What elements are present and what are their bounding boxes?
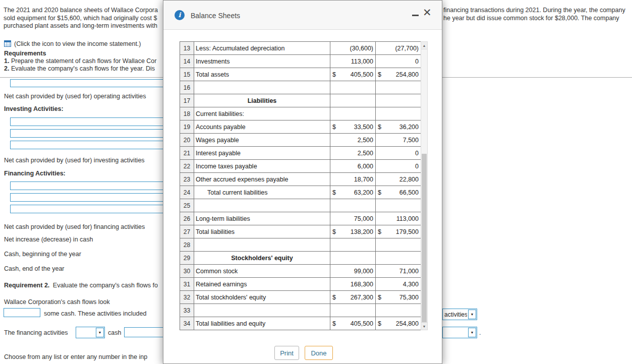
financing-input-1[interactable] xyxy=(10,181,164,190)
requirements-title: Requirements xyxy=(4,50,46,57)
row-number: 34 xyxy=(180,317,194,330)
balance-sheet-row: 29Stockholders' equity xyxy=(180,252,421,265)
amount-2020: 7,500 xyxy=(376,134,421,147)
net-change-label: Net increase (decrease) in cash xyxy=(4,236,93,243)
amount-2020 xyxy=(376,252,421,265)
balance-sheet-table: 13Less: Accumulated depreciation(30,600)… xyxy=(180,41,421,330)
amount-2021: 2,500 xyxy=(330,147,376,160)
income-statement-table-icon[interactable] xyxy=(4,40,11,47)
amount-2020: 0 xyxy=(376,147,421,160)
row-number: 15 xyxy=(180,68,194,81)
amount-2020: 22,800 xyxy=(376,173,421,186)
intro-line: purchased plant assets and long-term inv… xyxy=(4,22,158,30)
financing-total-label: Net cash provided by (used for) financin… xyxy=(4,223,145,230)
chevron-down-icon[interactable] xyxy=(468,328,476,337)
balance-sheet-row: 14Investments113,0000 xyxy=(180,55,421,68)
row-number: 18 xyxy=(180,107,194,120)
requirement-2-heading-bold: Requirement 2. xyxy=(4,282,49,289)
right-activities-dropdown[interactable]: activities xyxy=(442,309,477,320)
account-label: Less: Accumulated depreciation xyxy=(194,42,330,55)
investing-input-2[interactable] xyxy=(10,129,164,138)
amount-2021 xyxy=(330,238,376,252)
intro-paragraph-right: financing transactions during 2021. Duri… xyxy=(443,7,625,22)
scrollbar-thumb[interactable] xyxy=(422,154,427,323)
amount-2021 xyxy=(330,107,376,120)
table-scrollbar[interactable] xyxy=(421,41,428,330)
amount-2021 xyxy=(330,304,376,317)
account-label: Common stock xyxy=(194,265,330,278)
row-number: 19 xyxy=(180,120,194,134)
cash-end-label: Cash, end of the year xyxy=(4,265,65,272)
modal-title: Balance Sheets xyxy=(191,12,240,20)
minimize-button[interactable] xyxy=(412,12,420,20)
amount-2020: $179,500 xyxy=(376,225,421,238)
balance-sheet-row: 19Accounts payable$33,500$36,200 xyxy=(180,120,421,134)
account-label xyxy=(194,81,330,94)
balance-sheet-row: 34Total liabilities and equity$405,500$2… xyxy=(180,317,421,330)
chevron-down-icon[interactable] xyxy=(468,310,476,319)
requirement-1-text: Prepare the statement of cash flows for … xyxy=(11,57,157,65)
amount-2021: (30,600) xyxy=(330,42,376,55)
amount-2021: 2,500 xyxy=(330,134,376,147)
amount-2021: $33,500 xyxy=(330,120,376,134)
cash-flows-look-input[interactable] xyxy=(4,308,40,317)
account-label: Interest payable xyxy=(194,147,330,160)
account-label: Other accrued expenses payable xyxy=(194,173,330,186)
account-label: Total stockholders' equity xyxy=(194,291,330,304)
done-button[interactable]: Done xyxy=(305,346,333,360)
account-label: Investments xyxy=(194,55,330,68)
intro-paragraph-left: The 2021 and 2020 balance sheets of Wall… xyxy=(4,7,158,30)
balance-sheet-row: 17Liabilities xyxy=(180,94,421,107)
investing-total-label: Net cash provided by (used for) investin… xyxy=(4,157,145,164)
amount-2020: $75,300 xyxy=(376,291,421,304)
financing-verb-dropdown[interactable] xyxy=(76,327,105,338)
cash-beginning-label: Cash, beginning of the year xyxy=(4,251,81,258)
investing-input-1[interactable] xyxy=(10,117,164,126)
row-number: 33 xyxy=(180,304,194,317)
amount-2020: 113,000 xyxy=(376,212,421,225)
account-label xyxy=(194,238,330,252)
account-label: Total liabilities and equity xyxy=(194,317,330,330)
scroll-down-icon[interactable] xyxy=(421,322,427,330)
requirement-2-heading: Requirement 2. Evaluate the company's ca… xyxy=(4,282,158,289)
intro-line: The 2021 and 2020 balance sheets of Wall… xyxy=(4,7,158,15)
balance-sheet-row: 24Total current liabilities$63,200$66,50… xyxy=(180,186,421,199)
scroll-up-icon[interactable] xyxy=(421,42,427,49)
statement-input-partial[interactable] xyxy=(10,79,164,87)
balance-sheet-row: 23Other accrued expenses payable18,70022… xyxy=(180,173,421,186)
print-button[interactable]: Print xyxy=(274,346,299,360)
amount-2021: $405,500 xyxy=(330,68,376,81)
requirement-2-heading-rest: Evaluate the company's cash flows fo xyxy=(53,282,158,289)
close-button[interactable]: ✕ xyxy=(423,7,432,18)
amount-2021: $267,300 xyxy=(330,291,376,304)
chevron-down-icon[interactable] xyxy=(96,328,104,337)
amount-2020 xyxy=(376,81,421,94)
account-label: Total assets xyxy=(194,68,330,81)
financing-input-2[interactable] xyxy=(10,193,164,202)
amount-2020 xyxy=(376,199,421,212)
row-number: 16 xyxy=(180,81,194,94)
requirement-2-number: 2. xyxy=(4,65,9,72)
requirement-2-text: Evaluate the company's cash flows for th… xyxy=(11,65,155,72)
account-label: Retained earnings xyxy=(194,278,330,291)
row-number: 26 xyxy=(180,212,194,225)
amount-2021: 75,000 xyxy=(330,212,376,225)
dropdown-selected-value: activities xyxy=(444,309,467,320)
row-number: 32 xyxy=(180,291,194,304)
financing-amount-input[interactable] xyxy=(124,327,164,337)
balance-sheet-row: 20Wages payable2,5007,500 xyxy=(180,134,421,147)
financing-activities-header: Financing Activities: xyxy=(4,170,66,177)
income-statement-link-text[interactable]: (Click the icon to view the income state… xyxy=(14,40,141,47)
amount-2020: $36,200 xyxy=(376,120,421,134)
info-icon xyxy=(175,10,185,20)
amount-2020: 4,300 xyxy=(376,278,421,291)
investing-input-3[interactable] xyxy=(10,141,164,149)
account-label: Stockholders' equity xyxy=(194,252,330,265)
balance-sheet-row: 27Total liabilities$138,200$179,500 xyxy=(180,225,421,238)
screen: The 2021 and 2020 balance sheets of Wall… xyxy=(0,0,632,364)
financing-input-3[interactable] xyxy=(10,205,164,213)
right-financing-dropdown[interactable] xyxy=(442,327,477,338)
amount-2020 xyxy=(376,94,421,107)
operating-total-label: Net cash provided by (used for) operatin… xyxy=(4,93,146,100)
balance-sheet-row: 32Total stockholders' equity$267,300$75,… xyxy=(180,291,421,304)
